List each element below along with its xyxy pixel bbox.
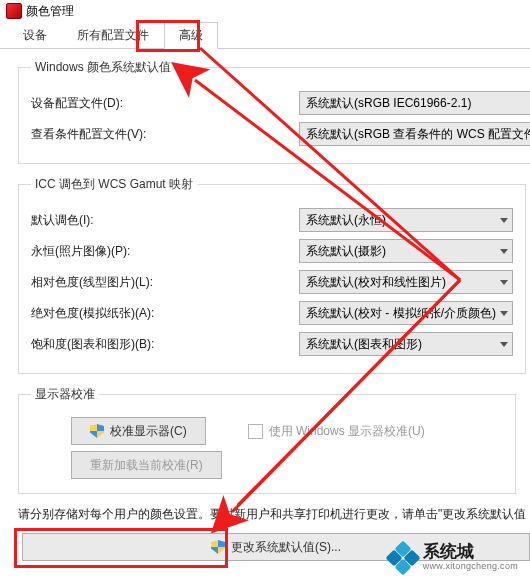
calibrate-display-label: 校准显示器(C) (110, 423, 187, 440)
label-relative: 相对色度(线型图片)(L): (31, 274, 299, 291)
group-display-calibration: 显示器校准 校准显示器(C) 使用 Windows 显示器校准(U) 重新加载当… (18, 386, 516, 494)
app-icon (6, 3, 22, 19)
chevron-down-icon (500, 249, 508, 254)
label-default-intent: 默认调色(I): (31, 212, 299, 229)
group-display-calibration-legend: 显示器校准 (31, 386, 99, 403)
change-system-defaults-label: 更改系统默认值(S)... (231, 539, 341, 556)
select-default-intent[interactable]: 系统默认(永恒) (299, 208, 513, 232)
select-absolute[interactable]: 系统默认(校对 - 模拟纸张/介质颜色) (299, 301, 513, 325)
select-device-profile[interactable]: 系统默认(sRGB IEC61966-2.1) (299, 91, 530, 115)
group-windows-defaults: Windows 颜色系统默认值 设备配置文件(D): 系统默认(sRGB IEC… (18, 59, 530, 164)
label-saturation: 饱和度(图表和图形)(B): (31, 336, 299, 353)
tab-all-profiles[interactable]: 所有配置文件 (62, 22, 164, 49)
use-windows-calibration-label: 使用 Windows 显示器校准(U) (269, 423, 425, 440)
shield-icon (90, 424, 104, 438)
group-windows-defaults-legend: Windows 颜色系统默认值 (31, 59, 175, 76)
chevron-down-icon (500, 342, 508, 347)
group-icc-wcs-legend: ICC 调色到 WCS Gamut 映射 (31, 176, 197, 193)
tab-bar: 设备 所有配置文件 高级 (0, 22, 530, 49)
select-viewing-profile-value: 系统默认(sRGB 查看条件的 WCS 配置文件) (306, 126, 530, 143)
chevron-down-icon (500, 218, 508, 223)
select-device-profile-value: 系统默认(sRGB IEC61966-2.1) (306, 95, 471, 112)
label-viewing-profile: 查看条件配置文件(V): (31, 126, 299, 143)
watermark-name: 系统城 (423, 543, 518, 562)
note-text: 请分别存储对每个用户的颜色设置。要对新用户和共享打印机进行更改，请单击"更改系统… (18, 506, 512, 523)
label-device-profile: 设备配置文件(D): (31, 95, 299, 112)
select-viewing-profile[interactable]: 系统默认(sRGB 查看条件的 WCS 配置文件) (299, 122, 530, 146)
window-title: 颜色管理 (26, 3, 74, 20)
watermark: 系统城 www.xitongcheng.com (389, 543, 518, 572)
calibrate-display-button[interactable]: 校准显示器(C) (71, 417, 206, 445)
reload-calibration-label: 重新加载当前校准(R) (90, 457, 203, 474)
select-relative[interactable]: 系统默认(校对和线性图片) (299, 270, 513, 294)
select-saturation[interactable]: 系统默认(图表和图形) (299, 332, 513, 356)
titlebar: 颜色管理 (0, 0, 530, 22)
shield-icon (211, 540, 225, 554)
reload-calibration-button[interactable]: 重新加载当前校准(R) (71, 451, 222, 479)
label-absolute: 绝对色度(模拟纸张)(A): (31, 305, 299, 322)
label-perceptual: 永恒(照片图像)(P): (31, 243, 299, 260)
group-icc-wcs: ICC 调色到 WCS Gamut 映射 默认调色(I): 系统默认(永恒) 永… (18, 176, 526, 374)
chevron-down-icon (500, 280, 508, 285)
tab-advanced[interactable]: 高级 (164, 22, 218, 49)
tab-devices[interactable]: 设备 (8, 22, 62, 49)
watermark-logo-icon (389, 544, 417, 572)
checkbox-icon (248, 424, 263, 439)
use-windows-calibration-checkbox[interactable]: 使用 Windows 显示器校准(U) (248, 423, 425, 440)
watermark-url: www.xitongcheng.com (423, 562, 518, 572)
chevron-down-icon (500, 311, 508, 316)
select-perceptual[interactable]: 系统默认(摄影) (299, 239, 513, 263)
